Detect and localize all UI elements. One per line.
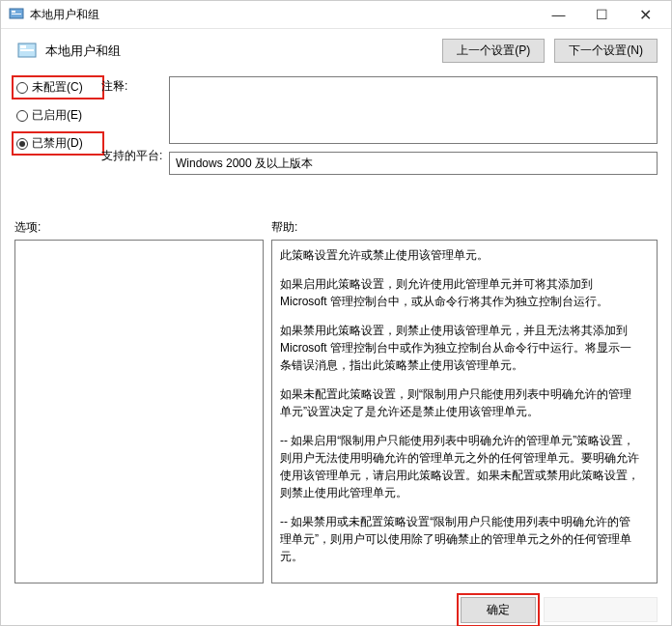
header-icon	[14, 41, 42, 62]
help-panel[interactable]: 此策略设置允许或禁止使用该管理单元。 如果启用此策略设置，则允许使用此管理单元并…	[271, 240, 658, 583]
minimize-button[interactable]: —	[537, 1, 580, 28]
svg-rect-5	[20, 49, 34, 51]
help-text: -- 如果禁用或未配置策略设置“限制用户只能使用列表中明确允许的管理单元”，则用…	[280, 513, 639, 565]
page-title: 本地用户和组	[42, 43, 442, 60]
secondary-button[interactable]	[544, 597, 658, 622]
svg-rect-4	[20, 45, 26, 48]
ok-button[interactable]: 确定	[461, 597, 536, 623]
radio-enabled[interactable]: 已启用(E)	[14, 106, 101, 125]
radio-icon	[16, 138, 28, 150]
close-button[interactable]: ✕	[624, 1, 667, 28]
help-text: 如果未配置此策略设置，则“限制用户只能使用列表中明确允许的管理单元”设置决定了是…	[280, 385, 639, 420]
comment-textarea[interactable]	[169, 76, 658, 144]
help-text: 此策略设置允许或禁止使用该管理单元。	[280, 246, 639, 264]
options-label: 选项:	[14, 219, 271, 236]
prev-setting-button[interactable]: 上一个设置(P)	[442, 39, 545, 63]
comment-label: 注释:	[101, 78, 169, 101]
help-text: 如果禁用此策略设置，则禁止使用该管理单元，并且无法将其添加到 Microsoft…	[280, 322, 639, 374]
radio-label: 已禁用(D)	[32, 135, 83, 152]
help-text: -- 如果启用“限制用户只能使用列表中明确允许的管理单元”策略设置，则用户无法使…	[280, 432, 639, 501]
next-setting-button[interactable]: 下一个设置(N)	[554, 39, 658, 63]
radio-icon	[16, 82, 28, 94]
svg-rect-1	[12, 11, 15, 13]
options-panel	[14, 240, 264, 583]
platform-field: Windows 2000 及以上版本	[169, 152, 658, 175]
radio-label: 已启用(E)	[32, 107, 82, 124]
maximize-button[interactable]: ☐	[580, 1, 624, 28]
radio-label: 未配置(C)	[32, 79, 83, 96]
radio-icon	[16, 110, 28, 122]
radio-not-configured[interactable]: 未配置(C)	[14, 78, 101, 97]
radio-disabled[interactable]: 已禁用(D)	[14, 134, 101, 153]
dialog-window: 本地用户和组 — ☐ ✕ 本地用户和组 上一个设置(P) 下一个设置(N) 未配…	[0, 0, 672, 626]
help-text: 如果启用此策略设置，则允许使用此管理单元并可将其添加到 Microsoft 管理…	[280, 275, 639, 310]
help-label: 帮助:	[271, 219, 658, 236]
app-icon	[5, 7, 28, 22]
platform-label: 支持的平台:	[101, 148, 169, 171]
window-title: 本地用户和组	[28, 7, 99, 23]
svg-rect-2	[12, 14, 21, 14]
titlebar: 本地用户和组 — ☐ ✕	[1, 1, 671, 29]
